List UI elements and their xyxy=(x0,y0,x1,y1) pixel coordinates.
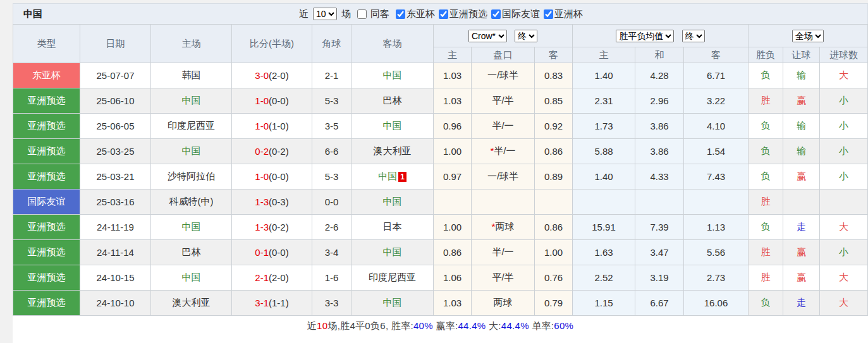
home-team-name: 印度尼西亚 xyxy=(168,120,215,131)
handicap-text: 一/球半 xyxy=(487,171,518,181)
avg-draw-odds: 4.33 xyxy=(635,164,684,190)
table-row: 东亚杯25-07-07韩国3-0(2-0)2-1中国1.03一/球半0.831.… xyxy=(13,63,868,88)
subheader-avg-away: 客 xyxy=(684,47,749,63)
red-card-badge: 1 xyxy=(398,172,406,182)
avg-draw-odds: 2.96 xyxy=(635,88,684,114)
away-team: 中国1 xyxy=(351,164,434,190)
result-goals-value: 小 xyxy=(839,120,848,131)
home-team: 巴林 xyxy=(151,240,232,265)
result-handicap-value: 输 xyxy=(797,120,806,131)
games-label: 场 xyxy=(341,8,351,20)
result-handicap: 输 xyxy=(783,114,820,139)
home-team-name: 中国 xyxy=(182,145,201,156)
score-cell: 3-0(2-0) xyxy=(232,63,312,88)
handicap-line: 半/一 xyxy=(472,240,535,265)
table-row: 亚洲预选25-03-21沙特阿拉伯1-0(0-0)5-3中国10.97一/球半0… xyxy=(13,164,868,190)
result-win-loss-value: 胜 xyxy=(761,95,771,105)
subheader-handicap: 盘口 xyxy=(472,47,535,63)
avg-away-odds: 3.22 xyxy=(684,88,749,114)
same-venue-checkbox[interactable] xyxy=(357,9,367,19)
summary-segment: 60% xyxy=(554,320,573,331)
full-time-score: 0-2 xyxy=(255,146,269,157)
half-time-score: (0-0) xyxy=(269,171,289,182)
away-team-name: 日本 xyxy=(383,221,402,232)
summary-segment: 场,胜4平0负6, 胜率: xyxy=(327,320,413,331)
half-time-score: (0-0) xyxy=(269,95,289,106)
avg-header-cell: 胜平负均值 终 xyxy=(573,25,749,47)
result-handicap: 赢 xyxy=(783,164,820,190)
away-team: 中国 xyxy=(351,114,434,139)
table-row: 亚洲预选25-06-10中国1-0(0-0)5-3巴林1.03平/半0.852.… xyxy=(13,88,868,114)
handicap-line: *半/一 xyxy=(472,139,535,164)
avg-away-odds: 4.10 xyxy=(684,114,749,139)
full-time-score: 1-3 xyxy=(255,196,269,207)
summary-segment: 10 xyxy=(317,320,327,331)
avg-away-odds: 16.06 xyxy=(684,291,749,316)
handicap-text: 半/一 xyxy=(492,246,513,257)
match-type-badge: 亚洲预选 xyxy=(13,215,80,240)
odds-time-select[interactable]: 终 xyxy=(515,30,537,42)
away-team-name: 中国 xyxy=(383,120,402,131)
league-filter-label: 亚洲杯 xyxy=(554,8,583,19)
result-handicap: 赢 xyxy=(783,240,820,265)
league-filters: 东亚杯亚洲预选国际友谊亚洲杯 xyxy=(392,8,583,20)
avg-home-odds: 1.40 xyxy=(573,63,635,88)
col-header-score: 比分(半场) xyxy=(232,25,312,63)
table-row: 亚洲预选24-11-19中国1-3(0-2)2-6日本1.00*两球0.8615… xyxy=(13,215,868,240)
avg-type-select[interactable]: 胜平负均值 xyxy=(616,30,674,42)
league-filter-checkbox[interactable] xyxy=(439,9,448,19)
corner-count: 3-4 xyxy=(312,240,351,265)
result-win-loss-value: 胜 xyxy=(761,272,771,282)
recent-count-select[interactable]: 10 xyxy=(313,8,337,20)
scope-select[interactable]: 全场 xyxy=(792,30,824,42)
league-filter-checkbox[interactable] xyxy=(396,9,405,19)
recent-label: 近 xyxy=(299,8,309,20)
col-header-away: 客场 xyxy=(351,25,434,63)
result-goals-value: 小 xyxy=(839,246,848,257)
table-row: 亚洲预选25-06-05印度尼西亚1-0(1-0)3-5中国0.96半/一0.9… xyxy=(13,114,868,139)
summary-text: 近10场,胜4平0负6, 胜率:40% 赢率:44.4% 大:44.4% 单率:… xyxy=(307,320,574,332)
table-row: 亚洲预选24-10-15中国2-1(2-0)1-6印度尼西亚1.06平/半0.7… xyxy=(13,265,868,291)
match-date: 25-03-25 xyxy=(80,139,151,164)
result-handicap-value: 赢 xyxy=(797,171,806,181)
league-filter-checkbox[interactable] xyxy=(544,9,553,19)
result-handicap: 赢 xyxy=(783,88,820,114)
full-time-score: 0-1 xyxy=(255,247,269,258)
away-team: 中国 xyxy=(351,240,434,265)
table-row: 亚洲预选24-10-10澳大利亚3-1(1-1)3-3中国1.03两球0.791… xyxy=(13,291,868,316)
summary-segment: 44.4% xyxy=(501,320,529,331)
title-bar: 中国 近 10 场 同客 东亚杯亚洲预选国际友谊亚洲杯 xyxy=(13,3,868,24)
result-win-loss: 胜 xyxy=(749,265,783,291)
handicap-line: 一/球半 xyxy=(472,164,535,190)
league-filter-checkbox[interactable] xyxy=(491,9,501,19)
filter-controls: 近 10 场 同客 东亚杯亚洲预选国际友谊亚洲杯 xyxy=(13,8,867,20)
home-team: 韩国 xyxy=(151,63,232,88)
away-team-name: 中国 xyxy=(383,246,402,257)
away-team-name: 中国 xyxy=(383,69,402,80)
half-time-score: (0-2) xyxy=(269,146,289,157)
avg-home-odds: 1.15 xyxy=(573,291,635,316)
handicap-line: 平/半 xyxy=(472,265,535,291)
result-handicap: 赢 xyxy=(783,265,820,291)
avg-time-select[interactable]: 终 xyxy=(682,30,705,42)
table-row: 亚洲预选24-11-14巴林0-1(0-0)3-4中国0.86半/一1.001.… xyxy=(13,240,868,265)
odds-company-select[interactable]: Crow* xyxy=(468,30,507,42)
home-team-name: 中国 xyxy=(182,95,201,105)
league-filter-label: 亚洲预选 xyxy=(449,8,487,19)
match-table: 类型 日期 主场 比分(半场) 角球 客场 Crow* 终 胜平负均值 终 全场 xyxy=(13,24,868,316)
result-goals xyxy=(820,190,868,215)
result-goals: 小 xyxy=(820,240,868,265)
avg-away-odds: 2.73 xyxy=(684,265,749,291)
result-win-loss-value: 负 xyxy=(761,120,771,131)
result-goals-value: 小 xyxy=(839,95,848,105)
league-filter-label: 国际友谊 xyxy=(502,8,540,19)
odds-away: 0.86 xyxy=(535,139,573,164)
corner-count: 1-6 xyxy=(312,265,351,291)
handicap-text: 半/一 xyxy=(494,145,515,156)
handicap-line: 一/球半 xyxy=(472,63,535,88)
avg-home-odds xyxy=(573,190,635,215)
odds-away: 1.00 xyxy=(535,240,573,265)
corner-count: 5-3 xyxy=(312,88,351,114)
half-time-score: (0-3) xyxy=(269,196,289,207)
result-goals-value: 小 xyxy=(839,145,848,156)
